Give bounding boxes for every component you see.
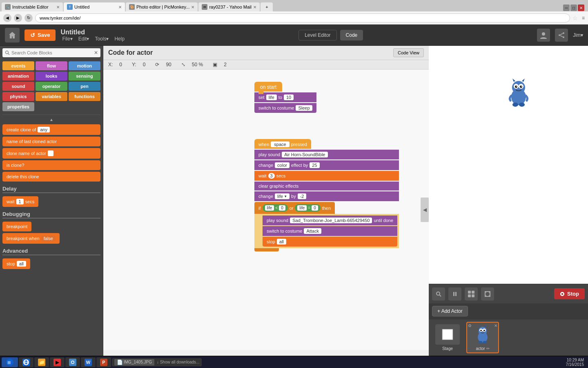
switch-costume2-block[interactable]: switch to costume Attack [263, 226, 397, 236]
expand-icon[interactable] [481, 287, 494, 301]
cat-flow[interactable]: flow [36, 61, 67, 70]
if-block[interactable]: if life < 0 or life = 0 [254, 202, 335, 214]
on-start-block[interactable]: on start [254, 82, 282, 92]
search-input[interactable] [11, 50, 92, 55]
show-downloads-label[interactable]: ↓ Show all downloads... [157, 360, 200, 364]
change-life-val[interactable]: -2 [298, 193, 307, 199]
tab-close-1[interactable]: ✕ [56, 5, 60, 9]
set-life-block[interactable]: set life to 10 [254, 92, 316, 102]
browser-menu-icon[interactable]: ≡ [582, 15, 585, 21]
taskbar-explorer[interactable]: 📁 [34, 357, 49, 367]
code-button[interactable]: Code [340, 30, 363, 40]
stop-button[interactable]: Stop [554, 288, 585, 299]
taskbar-ppt[interactable]: P [96, 357, 111, 367]
costume-val-display[interactable]: Sleep [296, 105, 312, 111]
pause-icon[interactable] [448, 287, 461, 301]
help-menu[interactable]: Help [114, 36, 125, 42]
new-tab-btn[interactable]: + [261, 2, 273, 11]
address-bar[interactable] [35, 13, 570, 22]
tab-close-3[interactable]: ✕ [191, 5, 194, 9]
grid-view-icon[interactable] [465, 287, 478, 301]
life-var1[interactable]: life [265, 205, 274, 211]
edit-menu[interactable]: Edit▾ [78, 36, 89, 42]
color-var-display[interactable]: color [275, 162, 290, 168]
when-pressed-block[interactable]: when space pressed [254, 139, 311, 149]
cat-looks[interactable]: looks [36, 72, 67, 81]
tab-close-2[interactable]: ✕ [118, 5, 122, 9]
breakpoint-when-value[interactable]: false [41, 236, 56, 241]
save-button[interactable]: ↺ Save [24, 29, 56, 41]
play-sound-block[interactable]: play sound Air Horn-SoundBible [254, 150, 399, 159]
stop-all-block[interactable]: stop all [263, 237, 397, 247]
change-color-block[interactable]: change color effect by 25 [254, 160, 399, 170]
forward-button[interactable]: ▶ [14, 14, 22, 22]
search-close-icon[interactable]: ✕ [94, 50, 98, 56]
stage-item[interactable]: Stage [432, 323, 463, 352]
is-clone-block[interactable]: is clone? [2, 160, 100, 170]
wait-3-block[interactable]: wait 3 secs [254, 171, 399, 181]
if-condition-left[interactable]: life < 0 [263, 204, 288, 212]
create-clone-block[interactable]: create clone of any [2, 124, 100, 135]
switch-costume-block[interactable]: switch to costume Sleep [254, 103, 316, 113]
delete-clone-block[interactable]: delete this clone [2, 172, 100, 182]
browser-tab-untitled[interactable]: T Untitled ✕ [64, 2, 125, 11]
taskbar-chrome[interactable] [65, 357, 80, 367]
cat-pen[interactable]: pen [69, 82, 100, 91]
clone-input[interactable]: any [38, 127, 50, 132]
actor-gear-icon[interactable]: ⚙ [468, 323, 472, 328]
set-val-display[interactable]: 10 [284, 94, 294, 100]
collapse-arrow[interactable]: ▲ [0, 117, 103, 123]
change-life-block[interactable]: change life ▼ by -2 [254, 191, 399, 201]
window-maximize[interactable]: □ [570, 4, 577, 11]
cat-sound[interactable]: sound [2, 82, 34, 91]
life-val1[interactable]: 0 [279, 205, 285, 211]
actor-close-icon[interactable]: ✕ [494, 323, 497, 328]
user-name[interactable]: Jim▾ [573, 32, 583, 38]
level-editor-button[interactable]: Level Editor [298, 30, 336, 40]
tools-menu[interactable]: Tools▾ [95, 36, 109, 42]
window-close[interactable]: ✕ [578, 4, 584, 11]
life-var2[interactable]: life [297, 205, 307, 211]
cat-operator[interactable]: operator [36, 82, 67, 91]
search-stage-icon[interactable] [432, 287, 445, 301]
sound-val-display[interactable]: Air Horn-SoundBible [282, 152, 327, 157]
effect-val-display[interactable]: 25 [310, 162, 319, 168]
tab-close-4[interactable]: ✕ [253, 5, 256, 9]
browser-tab-instructable[interactable]: 🔧 Instructable Editor ✕ [2, 2, 63, 11]
cat-motion[interactable]: motion [69, 61, 100, 70]
cat-variables[interactable]: variables [36, 92, 67, 101]
home-button[interactable] [5, 28, 20, 43]
wait-block[interactable]: wait 1 secs [2, 196, 38, 207]
clear-effects-block[interactable]: clear graphic effects [254, 182, 399, 191]
browser-tab-yahoo[interactable]: ✉ ray0237 - Yahoo Mail ✕ [198, 2, 260, 11]
share-icon[interactable] [555, 29, 568, 42]
name-of-last-cloned-actor-block[interactable]: name of last cloned actor [2, 137, 100, 146]
wait-value[interactable]: 1 [16, 199, 24, 204]
stop-all-block[interactable]: stop all [2, 258, 30, 269]
clone-name-input[interactable] [48, 150, 53, 156]
key-display[interactable]: space [271, 141, 289, 147]
cat-properties[interactable]: properties [2, 102, 34, 111]
start-button[interactable]: ⊞ [2, 357, 18, 367]
window-minimize[interactable]: ─ [563, 4, 570, 11]
sound2-val[interactable]: Sad_Trombone-Joe_Lamb-665429450 [290, 218, 372, 223]
back-button[interactable]: ◀ [3, 14, 11, 22]
play-sound2-block[interactable]: play sound Sad_Trombone-Joe_Lamb-6654294… [263, 215, 397, 225]
browser-tab-picmonkey[interactable]: 🎨 Photo editor | PicMonkey... ✕ [126, 2, 198, 11]
code-view-button[interactable]: Code View [393, 48, 424, 57]
actor-item[interactable]: ⚙ ✕ [466, 322, 499, 353]
set-var-display[interactable]: life [266, 94, 277, 100]
stop-all-val[interactable]: all [277, 239, 286, 245]
clone-name-of-actor-block[interactable]: clone name of actor [2, 148, 100, 159]
breakpoint-when-block[interactable]: breakpoint when false [2, 233, 60, 244]
refresh-button[interactable]: ↻ [24, 14, 33, 22]
bookmark-icon[interactable]: ☆ [572, 15, 578, 21]
file-menu[interactable]: File▾ [62, 36, 72, 42]
stop-value[interactable]: all [17, 261, 26, 267]
life-var-display[interactable]: life ▼ [275, 193, 290, 199]
taskbar-word[interactable]: W [81, 357, 96, 367]
cat-animation[interactable]: animation [2, 72, 34, 81]
cat-functions[interactable]: functions [69, 92, 100, 101]
cat-physics[interactable]: physics [2, 92, 34, 101]
cat-sensing[interactable]: sensing [69, 72, 100, 81]
